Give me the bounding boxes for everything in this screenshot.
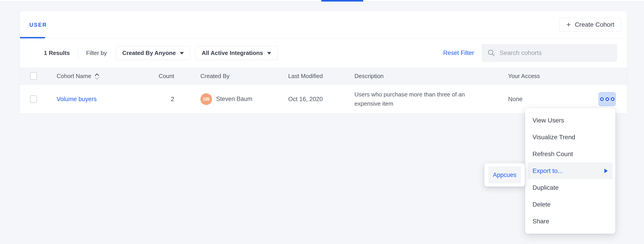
cohort-name-cell: Volume buyers: [57, 96, 97, 103]
row-actions-menu: View Users Visualize Trend Refresh Count…: [525, 108, 615, 234]
count-cell: 2: [136, 96, 174, 103]
panel-tab-row: USER + Create Cohort: [20, 11, 627, 38]
plus-icon: +: [566, 21, 571, 28]
chevron-down-icon: [180, 52, 184, 55]
menu-item-share[interactable]: Share: [528, 213, 613, 230]
last-modified-cell: Oct 16, 2020: [288, 96, 323, 103]
created-by-dropdown[interactable]: Created By Anyone: [116, 46, 190, 60]
active-tab-underline: [321, 0, 363, 2]
column-count: Count: [136, 73, 174, 80]
menu-item-visualize-trend[interactable]: Visualize Trend: [528, 129, 613, 146]
column-cohort-name-label: Cohort Name: [57, 73, 91, 80]
search-box[interactable]: [482, 44, 617, 62]
menu-item-view-users[interactable]: View Users: [528, 112, 613, 129]
row-actions-button[interactable]: [598, 92, 616, 106]
row-checkbox[interactable]: [30, 95, 37, 103]
create-cohort-button[interactable]: + Create Cohort: [559, 18, 621, 32]
tab-user[interactable]: USER: [29, 22, 47, 28]
cohorts-panel: USER + Create Cohort 1 Results Filter by…: [20, 11, 627, 113]
menu-item-export-to[interactable]: Export to...: [528, 162, 613, 179]
sort-icon[interactable]: [94, 73, 100, 80]
integrations-dropdown-label: All Active Integrations: [202, 50, 263, 57]
column-cohort-name[interactable]: Cohort Name: [57, 72, 100, 80]
more-dots-icon: [606, 97, 609, 101]
chevron-down-icon: [267, 52, 271, 55]
results-count: 1 Results: [44, 50, 70, 57]
export-to-submenu: Appcues: [484, 163, 525, 187]
column-last-modified: Last Modified: [288, 73, 323, 80]
create-cohort-label: Create Cohort: [575, 21, 614, 28]
created-by-cell: SB Steven Baum: [200, 93, 252, 105]
top-tabbar: [0, 0, 644, 2]
reset-filter-link[interactable]: Reset Filter: [443, 50, 474, 57]
more-dots-icon: [611, 97, 614, 101]
filter-by-label: Filter by: [86, 50, 107, 57]
search-input[interactable]: [500, 49, 607, 57]
cohort-name-link[interactable]: Volume buyers: [57, 96, 97, 103]
divider: [78, 48, 78, 58]
menu-item-refresh-count[interactable]: Refresh Count: [528, 146, 613, 162]
submenu-item-appcues[interactable]: Appcues: [488, 166, 521, 183]
created-by-name: Steven Baum: [216, 96, 252, 103]
search-icon: [488, 49, 495, 57]
column-description: Description: [354, 73, 384, 80]
avatar: SB: [200, 93, 212, 105]
menu-item-export-to-label: Export to...: [532, 167, 563, 174]
column-created-by: Created By: [200, 73, 230, 80]
row-select-cell: [30, 95, 37, 103]
your-access-cell: None: [508, 96, 523, 103]
menu-item-duplicate[interactable]: Duplicate: [528, 179, 613, 196]
integrations-dropdown[interactable]: All Active Integrations: [195, 46, 278, 60]
more-dots-icon: [600, 97, 604, 101]
created-by-dropdown-label: Created By Anyone: [122, 50, 176, 57]
column-your-access: Your Access: [508, 73, 540, 80]
table-header: Cohort Name Count Created By Last Modifi…: [20, 68, 627, 85]
menu-item-delete[interactable]: Delete: [528, 196, 613, 213]
description-cell: Users who purchase more than three of an…: [354, 90, 484, 108]
submenu-arrow-icon: [604, 169, 608, 173]
select-all-cell: [30, 72, 37, 80]
filter-row: 1 Results Filter by Created By Anyone Al…: [20, 38, 627, 68]
select-all-checkbox[interactable]: [30, 72, 37, 80]
